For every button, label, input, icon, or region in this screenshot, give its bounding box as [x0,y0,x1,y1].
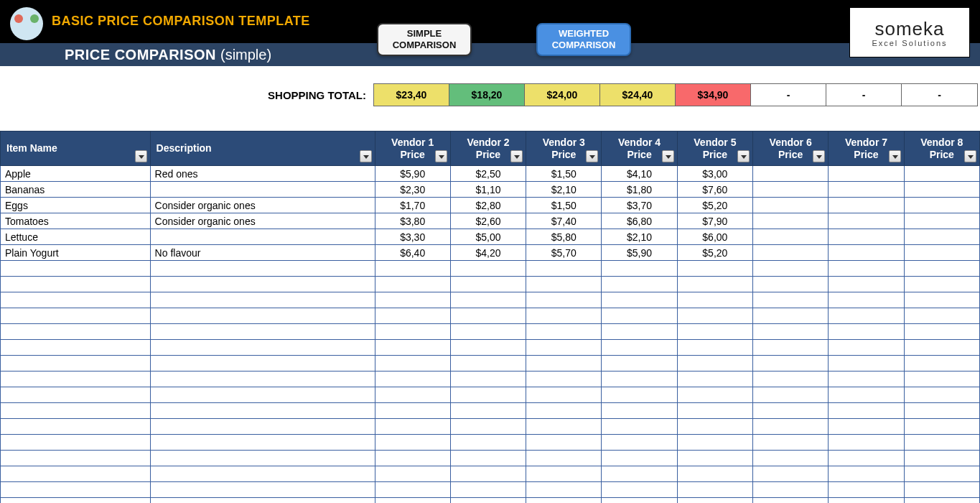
cell-vendor-2-price[interactable]: $5,00 [450,229,526,245]
cell-description[interactable] [150,403,375,419]
cell-vendor-3-price[interactable] [526,277,602,292]
cell-item-name[interactable] [1,466,151,482]
cell-vendor-8-price[interactable] [904,292,979,308]
cell-description[interactable] [150,451,375,466]
cell-item-name[interactable]: Bananas [1,182,151,198]
cell-vendor-7-price[interactable] [829,356,904,372]
cell-vendor-5-price[interactable] [677,308,752,324]
cell-vendor-8-price[interactable] [904,261,979,277]
cell-vendor-8-price[interactable] [904,324,979,340]
col-vendor-2-price[interactable]: Vendor 2Price [450,131,526,166]
cell-description[interactable]: No flavour [150,245,375,261]
cell-vendor-7-price[interactable] [829,261,904,277]
cell-description[interactable] [150,182,375,198]
cell-item-name[interactable]: Tomatoes [1,213,151,229]
cell-vendor-3-price[interactable] [526,482,602,498]
cell-vendor-6-price[interactable] [753,466,829,482]
cell-vendor-4-price[interactable] [602,372,677,387]
cell-vendor-1-price[interactable] [375,419,450,435]
col-vendor-3-price-filter-icon[interactable] [586,150,598,162]
cell-description[interactable] [150,372,375,387]
cell-vendor-3-price[interactable]: $1,50 [526,198,602,213]
cell-vendor-7-price[interactable] [829,498,904,504]
cell-vendor-8-price[interactable] [904,372,979,387]
cell-description[interactable] [150,466,375,482]
cell-vendor-5-price[interactable] [677,466,752,482]
cell-vendor-4-price[interactable] [602,340,677,356]
cell-vendor-5-price[interactable] [677,324,752,340]
cell-vendor-8-price[interactable] [904,403,979,419]
cell-vendor-7-price[interactable] [829,292,904,308]
cell-description[interactable] [150,261,375,277]
cell-vendor-1-price[interactable]: $2,30 [375,182,450,198]
cell-description[interactable]: Consider organic ones [150,198,375,213]
col-vendor-1-price-filter-icon[interactable] [435,150,447,162]
cell-vendor-4-price[interactable] [602,403,677,419]
cell-item-name[interactable] [1,261,151,277]
cell-vendor-6-price[interactable] [753,372,829,387]
cell-vendor-8-price[interactable] [904,482,979,498]
cell-vendor-6-price[interactable] [753,261,829,277]
col-item-name-filter-icon[interactable] [135,150,147,162]
cell-vendor-8-price[interactable] [904,308,979,324]
cell-vendor-3-price[interactable]: $7,40 [526,213,602,229]
cell-vendor-4-price[interactable] [602,482,677,498]
cell-vendor-7-price[interactable] [829,182,904,198]
cell-vendor-7-price[interactable] [829,166,904,182]
cell-description[interactable] [150,498,375,504]
cell-vendor-2-price[interactable]: $2,80 [450,198,526,213]
cell-vendor-5-price[interactable]: $3,00 [677,166,752,182]
cell-vendor-4-price[interactable] [602,419,677,435]
cell-vendor-6-price[interactable] [753,340,829,356]
cell-vendor-7-price[interactable] [829,324,904,340]
cell-vendor-1-price[interactable]: $3,80 [375,213,450,229]
cell-item-name[interactable] [1,387,151,403]
cell-vendor-8-price[interactable] [904,277,979,292]
cell-vendor-6-price[interactable] [753,435,829,451]
col-description[interactable]: Description [150,131,375,166]
cell-vendor-2-price[interactable] [450,466,526,482]
cell-vendor-3-price[interactable]: $5,70 [526,245,602,261]
cell-vendor-1-price[interactable] [375,403,450,419]
cell-vendor-5-price[interactable] [677,277,752,292]
cell-description[interactable] [150,229,375,245]
cell-vendor-1-price[interactable] [375,435,450,451]
cell-vendor-7-price[interactable] [829,403,904,419]
cell-vendor-5-price[interactable] [677,403,752,419]
cell-vendor-7-price[interactable] [829,466,904,482]
cell-vendor-5-price[interactable]: $5,20 [677,245,752,261]
cell-vendor-2-price[interactable] [450,340,526,356]
cell-vendor-2-price[interactable] [450,372,526,387]
cell-vendor-5-price[interactable] [677,482,752,498]
simple-comparison-button[interactable]: SIMPLE COMPARISON [377,23,472,56]
cell-vendor-4-price[interactable]: $3,70 [602,198,677,213]
weighted-comparison-button[interactable]: WEIGHTED COMPARISON [536,23,631,56]
cell-vendor-7-price[interactable] [829,308,904,324]
cell-vendor-2-price[interactable] [450,324,526,340]
cell-vendor-3-price[interactable]: $1,50 [526,166,602,182]
cell-vendor-4-price[interactable] [602,308,677,324]
cell-vendor-8-price[interactable] [904,182,979,198]
cell-vendor-7-price[interactable] [829,435,904,451]
cell-vendor-1-price[interactable] [375,292,450,308]
cell-vendor-7-price[interactable] [829,213,904,229]
cell-vendor-1-price[interactable] [375,372,450,387]
cell-vendor-1-price[interactable]: $6,40 [375,245,450,261]
cell-vendor-8-price[interactable] [904,419,979,435]
cell-vendor-2-price[interactable] [450,261,526,277]
cell-vendor-2-price[interactable] [450,387,526,403]
cell-vendor-2-price[interactable] [450,482,526,498]
cell-vendor-3-price[interactable] [526,372,602,387]
cell-description[interactable] [150,308,375,324]
cell-item-name[interactable]: Lettuce [1,229,151,245]
cell-vendor-1-price[interactable]: $1,70 [375,198,450,213]
cell-description[interactable] [150,387,375,403]
cell-vendor-3-price[interactable] [526,261,602,277]
cell-vendor-6-price[interactable] [753,182,829,198]
cell-vendor-1-price[interactable] [375,324,450,340]
cell-vendor-6-price[interactable] [753,292,829,308]
col-vendor-1-price[interactable]: Vendor 1Price [375,131,450,166]
cell-vendor-8-price[interactable] [904,213,979,229]
cell-item-name[interactable] [1,435,151,451]
cell-vendor-5-price[interactable] [677,498,752,504]
